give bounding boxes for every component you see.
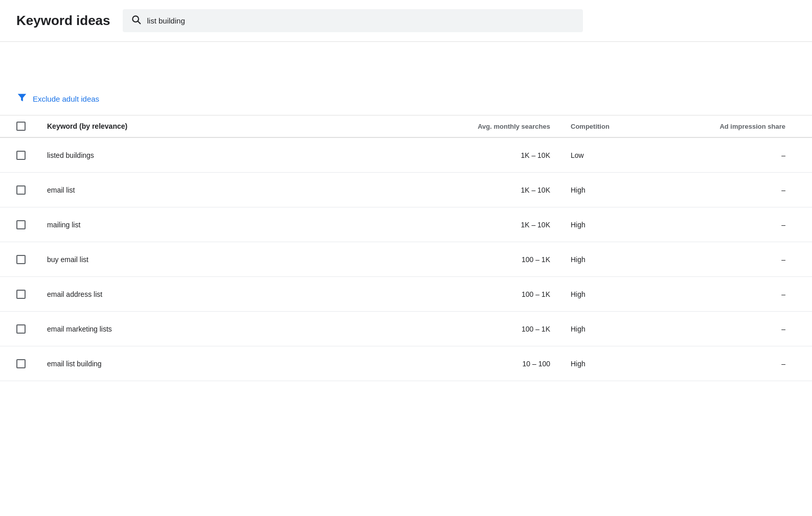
table-row: email list building 10 – 100 High – [0, 346, 812, 381]
impression-cell: – [683, 186, 796, 194]
search-bar[interactable] [123, 9, 583, 32]
row-checkbox[interactable] [16, 359, 26, 368]
competition-cell: High [571, 325, 683, 333]
keyword-cell: email list building [47, 356, 458, 372]
competition-cell: High [571, 221, 683, 229]
competition-cell: High [571, 186, 683, 194]
impression-cell: – [683, 151, 796, 159]
impression-cell: – [683, 221, 796, 229]
keyword-cell: email address list [47, 286, 458, 302]
competition-cell: Low [571, 151, 683, 159]
competition-cell: High [571, 290, 683, 298]
row-checkbox[interactable] [16, 255, 26, 264]
table-row: email marketing lists 100 – 1K High – [0, 312, 812, 346]
competition-cell: High [571, 255, 683, 264]
impression-cell: – [683, 360, 796, 368]
searches-cell: 1K – 10K [458, 151, 571, 159]
svg-line-1 [138, 21, 140, 24]
row-checkbox-cell [16, 255, 47, 264]
row-checkbox[interactable] [16, 185, 26, 195]
row-checkbox[interactable] [16, 151, 26, 160]
header: Keyword ideas [0, 0, 812, 42]
searches-cell: 100 – 1K [458, 255, 571, 264]
row-checkbox[interactable] [16, 324, 26, 334]
filter-icon [16, 92, 28, 106]
table-header: Keyword (by relevance) Avg. monthly sear… [0, 115, 812, 138]
row-checkbox-cell [16, 324, 47, 334]
row-checkbox[interactable] [16, 220, 26, 229]
keywords-table: Keyword (by relevance) Avg. monthly sear… [0, 115, 812, 381]
header-competition: Competition [571, 123, 683, 130]
row-checkbox-cell [16, 151, 47, 160]
row-checkbox[interactable] [16, 290, 26, 299]
impression-cell: – [683, 255, 796, 264]
searches-cell: 1K – 10K [458, 221, 571, 229]
header-checkbox-cell [16, 122, 47, 131]
searches-cell: 100 – 1K [458, 290, 571, 298]
searches-cell: 10 – 100 [458, 360, 571, 368]
table-row: email address list 100 – 1K High – [0, 277, 812, 312]
row-checkbox-cell [16, 185, 47, 195]
search-icon [131, 14, 141, 27]
searches-cell: 100 – 1K [458, 325, 571, 333]
searches-cell: 1K – 10K [458, 186, 571, 194]
row-checkbox-cell [16, 290, 47, 299]
keyword-cell: email marketing lists [47, 321, 458, 337]
row-checkbox-cell [16, 220, 47, 229]
keyword-cell: mailing list [47, 217, 458, 233]
keyword-cell: email list [47, 182, 458, 198]
filter-section: Exclude adult ideas [0, 83, 812, 115]
table-row: mailing list 1K – 10K High – [0, 207, 812, 242]
impression-cell: – [683, 290, 796, 298]
table-row: email list 1K – 10K High – [0, 173, 812, 207]
table-row: buy email list 100 – 1K High – [0, 242, 812, 277]
table-row: listed buildings 1K – 10K Low – [0, 138, 812, 173]
exclude-adult-link[interactable]: Exclude adult ideas [33, 95, 99, 103]
keyword-cell: listed buildings [47, 147, 458, 163]
header-keyword: Keyword (by relevance) [47, 122, 458, 130]
header-searches: Avg. monthly searches [458, 123, 571, 130]
page-title: Keyword ideas [16, 13, 110, 29]
search-input[interactable] [147, 16, 575, 25]
competition-cell: High [571, 360, 683, 368]
header-impression: Ad impression share [683, 123, 796, 130]
select-all-checkbox[interactable] [16, 122, 26, 131]
row-checkbox-cell [16, 359, 47, 368]
impression-cell: – [683, 325, 796, 333]
keyword-cell: buy email list [47, 251, 458, 268]
